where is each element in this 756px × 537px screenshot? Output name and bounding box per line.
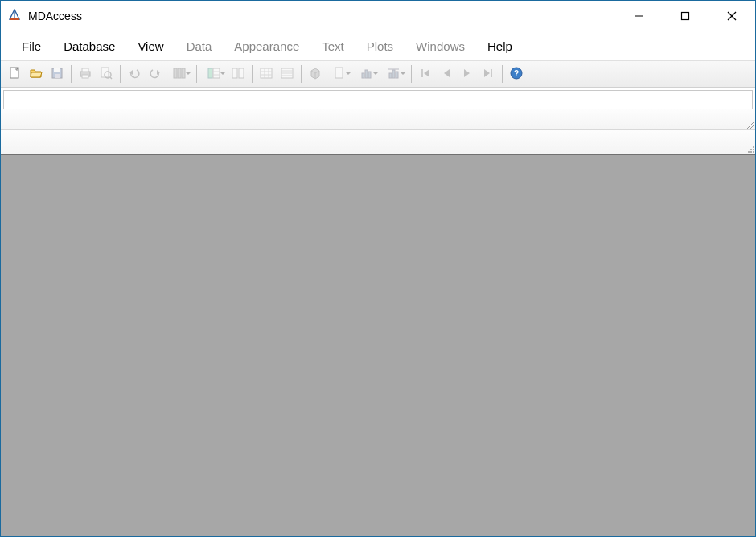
svg-marker-51: [444, 69, 450, 77]
toolbar-separator: [411, 65, 412, 83]
resize-grip-icon[interactable]: [744, 118, 755, 129]
chevron-down-icon: [186, 72, 191, 75]
svg-rect-3: [682, 13, 689, 20]
close-button[interactable]: [709, 1, 755, 31]
chevron-down-icon: [220, 72, 225, 75]
last-icon: [481, 66, 495, 83]
bar-chart-icon: [387, 66, 401, 83]
svg-rect-23: [213, 68, 220, 78]
help-button[interactable]: ?: [507, 64, 526, 84]
nav-last-button[interactable]: [479, 64, 498, 84]
help-icon: ?: [509, 66, 524, 83]
formula-input[interactable]: [4, 91, 752, 109]
formula-bar: [3, 90, 753, 109]
app-icon: [7, 9, 22, 23]
svg-point-62: [753, 151, 754, 153]
redo-icon: [148, 66, 162, 83]
page-button[interactable]: [327, 64, 352, 84]
save-button[interactable]: [47, 64, 67, 84]
chart-button[interactable]: [354, 64, 380, 84]
svg-line-59: [754, 128, 754, 129]
toolbar-separator: [120, 65, 121, 83]
toolbar-separator: [196, 65, 197, 83]
svg-marker-52: [464, 69, 470, 77]
prev-icon: [439, 66, 454, 83]
menu-view[interactable]: View: [126, 35, 175, 58]
svg-rect-22: [208, 68, 212, 78]
panes-button[interactable]: [228, 64, 248, 84]
print-preview-button[interactable]: [97, 64, 116, 84]
svg-rect-9: [54, 68, 60, 72]
svg-point-60: [748, 151, 750, 153]
svg-rect-19: [174, 68, 177, 78]
svg-rect-20: [178, 68, 181, 78]
svg-text:?: ?: [514, 69, 519, 78]
svg-rect-47: [396, 72, 398, 78]
menu-appearance: Appearance: [223, 35, 310, 58]
nav-first-button[interactable]: [416, 64, 435, 84]
svg-rect-43: [365, 70, 368, 78]
toolbar-separator: [301, 65, 302, 83]
layout-icon: [207, 66, 221, 83]
window-title: MDAccess: [28, 10, 82, 23]
list-button[interactable]: [277, 64, 297, 84]
menu-file[interactable]: File: [10, 35, 52, 58]
svg-rect-21: [182, 68, 185, 78]
grid-icon: [259, 66, 273, 83]
nav-next-button[interactable]: [458, 64, 477, 84]
panes-icon: [231, 66, 245, 83]
svg-rect-12: [82, 68, 88, 72]
first-icon: [418, 66, 433, 83]
toolbar: ?: [1, 60, 755, 88]
svg-rect-26: [232, 68, 237, 78]
redo-button[interactable]: [146, 64, 165, 84]
minimize-button[interactable]: [615, 1, 662, 31]
svg-rect-46: [392, 70, 395, 78]
chevron-down-icon: [401, 72, 405, 75]
menu-windows: Windows: [405, 35, 476, 58]
svg-rect-27: [239, 68, 244, 78]
columns-button[interactable]: [166, 64, 192, 84]
toolbar-separator: [252, 65, 253, 83]
grid-button[interactable]: [257, 64, 276, 84]
maximize-button[interactable]: [662, 1, 709, 31]
menu-bar: File Database View Data Appearance Text …: [1, 31, 755, 60]
save-icon: [50, 66, 64, 83]
list-icon: [280, 66, 294, 83]
folder-open-icon: [29, 66, 43, 83]
next-icon: [460, 66, 475, 83]
svg-point-63: [750, 149, 752, 150]
chart2-button[interactable]: [381, 64, 407, 84]
svg-line-57: [747, 121, 754, 129]
open-button[interactable]: [27, 64, 46, 84]
nav-prev-button[interactable]: [437, 64, 456, 84]
menu-plots: Plots: [355, 35, 405, 58]
cube-button[interactable]: [306, 64, 325, 84]
svg-rect-45: [389, 73, 392, 78]
svg-marker-50: [424, 69, 429, 77]
preview-icon: [99, 66, 113, 83]
svg-point-64: [753, 149, 754, 150]
bar-chart-icon: [360, 66, 374, 83]
chevron-down-icon: [346, 72, 351, 75]
menu-data: Data: [175, 35, 224, 58]
secondary-bar: [1, 109, 755, 130]
layout-button[interactable]: [201, 64, 227, 84]
svg-rect-44: [368, 72, 371, 78]
mdi-client-area: [1, 154, 755, 536]
menu-database[interactable]: Database: [52, 35, 126, 58]
toolbar-separator: [502, 65, 503, 83]
menu-text: Text: [310, 35, 355, 58]
resize-grip-icon[interactable]: [744, 142, 755, 154]
title-bar: MDAccess: [1, 1, 755, 31]
print-button[interactable]: [76, 64, 95, 84]
undo-button[interactable]: [125, 64, 144, 84]
menu-help[interactable]: Help: [476, 35, 524, 58]
window-controls: [615, 1, 755, 31]
columns-icon: [172, 66, 187, 83]
new-button[interactable]: [6, 64, 25, 84]
svg-point-61: [750, 151, 752, 153]
svg-point-65: [753, 146, 754, 148]
svg-rect-13: [82, 75, 88, 78]
undo-icon: [127, 66, 142, 83]
